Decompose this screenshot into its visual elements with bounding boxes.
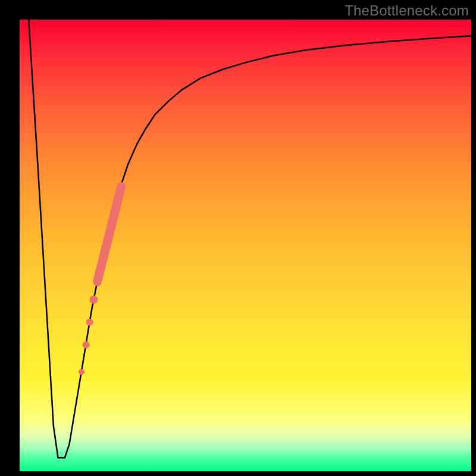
highlight-dot	[89, 296, 98, 304]
highlight-band	[98, 187, 121, 281]
highlight-markers	[79, 187, 121, 375]
bottleneck-curve	[29, 20, 471, 458]
highlight-dot	[79, 369, 84, 375]
curve-svg	[20, 20, 471, 471]
highlight-dot	[86, 319, 93, 326]
plot-area	[20, 20, 471, 471]
highlight-dot	[83, 341, 90, 348]
watermark-text: TheBottleneck.com	[345, 2, 469, 19]
chart-frame: TheBottleneck.com	[0, 0, 476, 476]
